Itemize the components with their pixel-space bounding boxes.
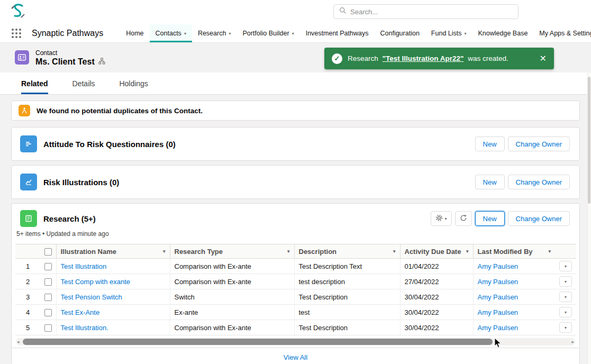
table-row: 2 Test Comp with exante Comparison with …	[15, 274, 576, 289]
nav-tab-knowledge-base[interactable]: Knowledge Base	[472, 24, 534, 42]
chevron-down-icon[interactable]: ▾	[292, 31, 294, 36]
page-title: Ms. Client Test	[35, 57, 95, 67]
chevron-down-icon: ▾	[565, 295, 567, 299]
nav-tab-my-apps-settings[interactable]: My Apps & Settings	[533, 24, 591, 42]
row-actions-header	[555, 244, 576, 259]
modified-by-link[interactable]: Amy Paulsen	[478, 308, 519, 316]
gear-icon	[435, 214, 443, 223]
illustration-name-link[interactable]: Test Pension Switch	[61, 293, 122, 301]
chevron-down-icon: ▾	[163, 249, 166, 254]
table-row: 3 Test Pension Switch Switch Test Descri…	[15, 289, 576, 305]
modified-by-link[interactable]: Amy Paulsen	[478, 293, 519, 301]
view-hierarchy-button[interactable]	[98, 58, 105, 66]
nav-tab-contacts[interactable]: Contacts ▾	[150, 24, 192, 42]
illustration-name-link[interactable]: Test Ex-Ante	[61, 308, 100, 316]
refresh-button[interactable]	[455, 211, 472, 226]
research-type-cell: Comparison with Ex-ante	[170, 274, 294, 289]
card-title: Research (5+)	[43, 214, 96, 223]
research-type-cell: Switch	[170, 289, 294, 305]
row-number: 3	[15, 289, 40, 305]
research-card-footer: View All	[12, 348, 579, 364]
entity-label: Contact	[35, 49, 57, 57]
chevron-down-icon[interactable]: ▾	[184, 31, 186, 36]
scrollbar-thumb[interactable]	[588, 77, 590, 204]
column-header-description[interactable]: Description▾	[294, 244, 400, 259]
due-date-cell: 01/04/2022	[400, 259, 473, 274]
horizontal-scrollbar[interactable]: ◂ ▸	[16, 338, 575, 345]
new-button[interactable]: New	[475, 175, 505, 189]
modified-by-link[interactable]: Amy Paulsen	[478, 262, 519, 270]
modified-by-link[interactable]: Amy Paulsen	[478, 324, 519, 332]
card-title: Risk Illustrations (0)	[43, 178, 119, 187]
record-tabbar: Related Details Holdings	[0, 72, 591, 95]
column-header-activity-due-date[interactable]: Activity Due Date▾	[400, 244, 473, 259]
toast-record-link[interactable]: "Test Illustration Apr22"	[383, 54, 464, 62]
column-header-illustration-name[interactable]: Illustration Name▾	[56, 244, 170, 259]
nav-tab-configuration[interactable]: Configuration	[374, 24, 425, 42]
select-all-checkbox[interactable]	[44, 248, 52, 256]
nav-tab-portfolio-builder[interactable]: Portfolio Builder ▾	[237, 24, 299, 42]
change-owner-button[interactable]: Change Owner	[508, 175, 570, 189]
nav-tab-home[interactable]: Home	[120, 24, 149, 42]
new-button[interactable]: New	[475, 211, 505, 226]
row-actions-button[interactable]: ▾	[559, 261, 572, 271]
scroll-left-icon[interactable]: ◂	[17, 339, 20, 345]
nav-items: Home Contacts ▾ Research ▾ Portfolio Bui…	[120, 24, 591, 42]
due-date-cell: 30/04/2022	[400, 289, 473, 305]
illustration-name-link[interactable]: Test Illustration	[61, 262, 107, 270]
risk-illustrations-card: Risk Illustrations (0) New Change Owner	[11, 165, 580, 199]
nav-tab-research[interactable]: Research ▾	[192, 24, 237, 42]
row-number: 5	[15, 320, 40, 335]
close-icon[interactable]: ✕	[540, 53, 547, 63]
chevron-down-icon[interactable]: ▾	[465, 31, 467, 36]
app-name: Synaptic Pathways	[32, 29, 103, 42]
row-checkbox[interactable]	[44, 294, 52, 301]
search-input[interactable]	[350, 8, 513, 16]
nav-tab-investment-pathways[interactable]: Investment Pathways	[300, 24, 375, 42]
row-checkbox[interactable]	[44, 309, 52, 316]
chevron-down-icon: ▾	[287, 249, 290, 254]
view-all-link[interactable]: View All	[284, 353, 307, 361]
scroll-right-icon[interactable]: ▸	[571, 339, 574, 345]
new-button[interactable]: New	[475, 136, 505, 151]
tab-holdings[interactable]: Holdings	[119, 72, 148, 94]
duplicates-card: We found no potential duplicates of this…	[11, 101, 580, 121]
card-title: Attitude To Risk Questionnaires (0)	[43, 140, 176, 149]
change-owner-button[interactable]: Change Owner	[508, 136, 570, 151]
row-checkbox[interactable]	[44, 324, 52, 332]
tab-related[interactable]: Related	[21, 72, 48, 94]
chevron-down-icon: ▾	[565, 279, 567, 284]
toast-text: Research "Test Illustration Apr22" was c…	[348, 54, 508, 62]
modified-by-link[interactable]: Amy Paulsen	[478, 278, 519, 286]
app-launcher-icon[interactable]	[12, 29, 21, 38]
row-actions-button[interactable]: ▾	[559, 292, 572, 302]
research-type-cell: Comparison with Ex-ante	[170, 259, 294, 274]
chevron-down-icon[interactable]: ▾	[229, 31, 231, 36]
page-scrollbar[interactable]	[587, 72, 591, 364]
row-actions-button[interactable]: ▾	[559, 307, 572, 317]
row-checkbox[interactable]	[44, 278, 52, 286]
research-table: Illustration Name▾ Research Type▾ Descri…	[15, 244, 576, 335]
chevron-down-icon: ▾	[445, 216, 447, 221]
column-label: Activity Due Date	[405, 248, 461, 256]
column-header-research-type[interactable]: Research Type▾	[170, 244, 294, 259]
illustration-name-link[interactable]: Test Illustration.	[61, 324, 108, 332]
nav-tab-label: Knowledge Base	[478, 30, 528, 37]
contact-record-icon	[15, 50, 29, 65]
illustration-name-link[interactable]: Test Comp with exante	[61, 278, 131, 286]
scrollbar-thumb[interactable]	[23, 339, 493, 345]
tab-details[interactable]: Details	[72, 72, 95, 94]
nav-tab-fund-lists[interactable]: Fund Lists ▾	[425, 24, 472, 42]
nav-tab-label: Home	[126, 30, 143, 37]
list-settings-button[interactable]: ▾	[431, 211, 452, 226]
description-cell: Test Description	[294, 320, 400, 335]
row-actions-button[interactable]: ▾	[559, 322, 572, 333]
row-number: 1	[15, 259, 40, 274]
nav-tab-label: Fund Lists	[431, 30, 462, 37]
row-checkbox[interactable]	[44, 263, 52, 270]
research-report-icon	[20, 210, 37, 227]
change-owner-button[interactable]: Change Owner	[508, 211, 570, 226]
row-actions-button[interactable]: ▾	[559, 276, 572, 287]
column-header-last-modified-by[interactable]: Last Modified By▾	[473, 244, 555, 259]
chart-line-icon	[20, 174, 37, 190]
